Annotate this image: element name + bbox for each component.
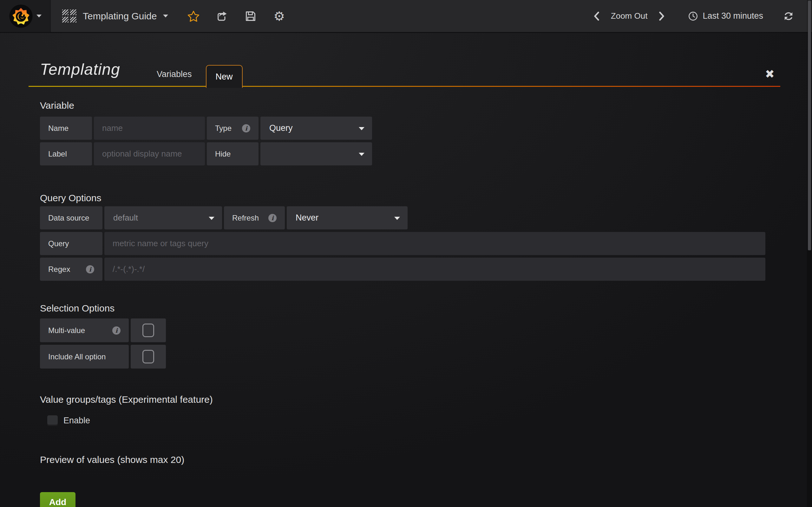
name-input[interactable] [94,117,205,140]
regex-label: Regex i [40,258,102,281]
selection-options-rows: Multi-value i Include All option [40,319,780,369]
share-icon[interactable] [216,10,229,22]
time-controls: Zoom Out Last 30 minutes [591,10,812,22]
variable-rows: Name Type i Query Label Hide [40,117,780,165]
regex-row: Regex i [40,258,780,281]
time-range-label: Last 30 minutes [703,11,763,21]
info-icon[interactable]: i [268,214,276,222]
tab-new[interactable]: New [206,65,243,88]
label-label: Label [40,142,92,165]
multi-value-label: Multi-value i [40,319,129,342]
checkbox-outline-icon [142,324,154,337]
add-button[interactable]: Add [40,492,75,507]
zoom-out-button[interactable]: Zoom Out [611,11,648,21]
close-icon[interactable]: ✖ [765,68,774,80]
dashboard-title-dropdown[interactable]: Templating Guide [51,0,180,32]
chevron-right-icon[interactable] [656,10,667,22]
data-source-label: Data source [40,206,102,229]
name-label: Name [40,117,92,140]
hide-label: Hide [207,142,258,165]
clock-icon [688,11,698,21]
dashboard-title: Templating Guide [83,11,157,21]
multi-value-label-text: Multi-value [48,326,85,335]
include-all-label: Include All option [40,345,129,369]
type-select[interactable]: Query [260,117,372,140]
data-source-select[interactable]: default [104,206,222,229]
refresh-select[interactable]: Never [287,206,408,229]
query-row: Query [40,232,780,255]
include-all-checkbox[interactable] [131,345,166,369]
enable-label: Enable [63,416,90,426]
multi-value-row: Multi-value i [40,319,780,342]
refresh-label: Refresh i [224,206,285,229]
regex-input[interactable] [104,258,765,281]
multi-value-checkbox[interactable] [131,319,166,342]
query-options-heading: Query Options [40,193,780,204]
query-label: Query [40,232,102,255]
templating-editor: Templating Variables New ✖ Variable Name… [29,32,780,507]
include-all-row: Include All option [40,345,780,369]
refresh-label-text: Refresh [232,214,259,222]
checkbox-outline-icon [142,350,154,363]
enable-checkbox[interactable] [47,415,58,426]
save-icon[interactable] [244,10,257,22]
tab-variables[interactable]: Variables [143,69,206,87]
variable-section-heading: Variable [40,100,780,111]
preview-heading: Preview of values (shows max 20) [40,454,780,465]
regex-label-text: Regex [48,265,70,274]
info-icon[interactable]: i [242,124,250,132]
info-icon[interactable]: i [112,326,120,335]
chevron-down-icon [37,14,42,17]
dashboard-action-icons: ⚙ [180,10,286,22]
gear-icon[interactable]: ⚙ [273,10,286,22]
grafana-logo-icon [9,4,33,29]
datasource-row: Data source default Refresh i Never [40,206,780,229]
scrollbar-thumb[interactable] [808,1,811,250]
selection-options-heading: Selection Options [40,303,780,314]
label-input[interactable] [94,142,205,165]
time-range-picker[interactable]: Last 30 minutes [688,11,763,21]
variable-name-row: Name Type i Query [40,117,780,140]
hide-select[interactable] [260,142,372,165]
grafana-screen: Templating Guide [0,0,812,507]
page-title: Templating [40,60,120,78]
page-scrollbar[interactable] [807,0,812,507]
type-label-text: Type [215,124,232,133]
star-icon[interactable] [187,10,200,22]
enable-row: Enable [47,415,780,426]
type-label: Type i [207,117,258,140]
info-icon[interactable]: i [86,265,94,274]
tabs: Variables New [143,65,243,87]
query-input[interactable] [104,232,765,255]
value-groups-heading: Value groups/tags (Experimental feature) [40,394,780,405]
variable-label-row: Label Hide [40,142,780,165]
tab-header: Templating Variables New ✖ [29,32,780,87]
chevron-down-icon [163,14,168,17]
refresh-icon[interactable] [783,10,794,22]
grafana-menu-button[interactable] [0,0,51,32]
dashboard-icon [62,9,77,22]
query-options-rows: Data source default Refresh i Never Quer… [40,206,780,281]
chevron-left-icon[interactable] [591,10,602,22]
top-navbar: Templating Guide [0,0,812,33]
